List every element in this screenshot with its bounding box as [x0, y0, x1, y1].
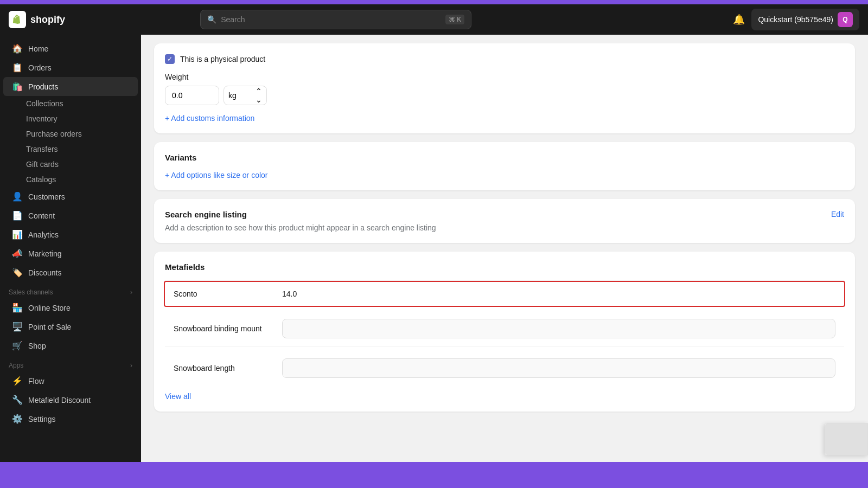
search-placeholder: Search [221, 15, 245, 24]
physical-product-checkbox[interactable]: ✓ [165, 54, 175, 64]
sidebar-item-orders[interactable]: 📋 Orders [3, 58, 138, 77]
shipping-card: ✓ This is a physical product Weight kg ⌃… [154, 43, 855, 133]
sidebar-item-content[interactable]: 📄 Content [3, 206, 138, 225]
seo-card: Search engine listing Edit Add a descrip… [154, 199, 855, 243]
sidebar-sub-transfers[interactable]: Transfers [3, 142, 138, 157]
metafields-card: Metafields Sconto 14.0 Snowboard binding… [154, 252, 855, 412]
sales-channels-label: Sales channels [9, 288, 53, 296]
sidebar-label-orders: Orders [28, 63, 52, 72]
metafield-row-length: Snowboard length [165, 351, 844, 386]
seo-header: Search engine listing Edit [165, 210, 844, 219]
sidebar-sub-catalogs[interactable]: Catalogs [3, 172, 138, 187]
header-right: 🔔 Quickstart (9b575e49) Q [733, 9, 859, 30]
metafield-list: Sconto 14.0 Snowboard binding mount Snow… [165, 280, 844, 386]
top-purple-bar [0, 0, 868, 4]
seo-description: Add a description to see how this produc… [165, 223, 844, 232]
metafield-row-binding: Snowboard binding mount [165, 311, 844, 346]
discounts-icon: 🏷️ [12, 267, 23, 278]
orders-icon: 📋 [12, 62, 23, 73]
sidebar-label-home: Home [28, 44, 48, 53]
sidebar-label-shop: Shop [28, 342, 46, 350]
sidebar-label-content: Content [28, 211, 55, 220]
sidebar-sub-collections[interactable]: Collections [3, 96, 138, 111]
notification-bell-icon[interactable]: 🔔 [733, 14, 745, 25]
seo-title: Search engine listing [165, 210, 247, 219]
sidebar: 🏠 Home 📋 Orders 🛍️ Products Collections … [0, 35, 141, 462]
page-thumbnail [825, 423, 868, 455]
main-layout: 🏠 Home 📋 Orders 🛍️ Products Collections … [0, 35, 868, 462]
seo-edit-button[interactable]: Edit [831, 210, 844, 219]
sidebar-label-settings: Settings [28, 415, 56, 423]
sidebar-label-products: Products [28, 82, 58, 91]
sales-channels-section: Sales channels › [0, 282, 141, 298]
content-area: ✓ This is a physical product Weight kg ⌃… [141, 35, 868, 462]
sales-channels-chevron-icon[interactable]: › [130, 288, 132, 296]
collections-label: Collections [26, 99, 63, 108]
weight-unit-chevron-icon: ⌃⌄ [256, 87, 262, 104]
sidebar-label-customers: Customers [28, 192, 65, 201]
shop-icon: 🛒 [12, 341, 23, 351]
physical-product-row: ✓ This is a physical product [165, 54, 844, 64]
sidebar-item-flow[interactable]: ⚡ Flow [3, 371, 138, 390]
transfers-label: Transfers [26, 145, 58, 153]
catalogs-label: Catalogs [26, 175, 56, 184]
sidebar-item-analytics[interactable]: 📊 Analytics [3, 225, 138, 244]
weight-inputs: kg ⌃⌄ [165, 86, 844, 105]
weight-input[interactable] [165, 86, 219, 105]
sidebar-item-products[interactable]: 🛍️ Products [3, 77, 138, 96]
metafield-label-binding: Snowboard binding mount [174, 324, 282, 333]
products-icon: 🛍️ [12, 81, 23, 92]
store-name-text: Quickstart (9b575e49) [758, 15, 833, 24]
sidebar-item-customers[interactable]: 👤 Customers [3, 187, 138, 206]
pos-icon: 🖥️ [12, 322, 23, 332]
bottom-purple-bar [0, 462, 868, 488]
metafield-input-length[interactable] [282, 358, 835, 378]
sidebar-label-analytics: Analytics [28, 230, 59, 239]
view-all-label: View all [165, 392, 191, 401]
sidebar-label-discounts: Discounts [28, 268, 61, 277]
logo-icon [9, 11, 26, 28]
settings-icon: ⚙️ [12, 414, 23, 424]
sidebar-label-metafield-discount: Metafield Discount [28, 396, 91, 404]
shopify-logo[interactable]: shopify [9, 11, 65, 28]
online-store-icon: 🏪 [12, 303, 23, 313]
store-selector[interactable]: Quickstart (9b575e49) Q [751, 9, 859, 30]
sidebar-label-online-store: Online Store [28, 304, 71, 312]
variants-card: Variants + Add options like size or colo… [154, 142, 855, 190]
metafields-title: Metafields [165, 262, 844, 272]
metafield-input-binding[interactable] [282, 319, 835, 338]
sidebar-item-home[interactable]: 🏠 Home [3, 39, 138, 58]
sidebar-item-settings[interactable]: ⚙️ Settings [3, 409, 138, 428]
sidebar-item-online-store[interactable]: 🏪 Online Store [3, 298, 138, 317]
customers-icon: 👤 [12, 191, 23, 202]
view-all-link[interactable]: View all [165, 392, 844, 401]
add-options-link[interactable]: + Add options like size or color [165, 171, 844, 179]
header: shopify 🔍 Search ⌘ K 🔔 Quickstart (9b575… [0, 4, 868, 35]
apps-chevron-icon[interactable]: › [130, 362, 132, 369]
weight-label: Weight [165, 73, 844, 81]
content-icon: 📄 [12, 210, 23, 221]
sidebar-item-marketing[interactable]: 📣 Marketing [3, 244, 138, 263]
weight-section: Weight kg ⌃⌄ [165, 73, 844, 105]
marketing-icon: 📣 [12, 248, 23, 259]
metafield-label-length: Snowboard length [174, 364, 282, 373]
sidebar-label-flow: Flow [28, 377, 44, 386]
sidebar-item-point-of-sale[interactable]: 🖥️ Point of Sale [3, 317, 138, 336]
sidebar-sub-inventory[interactable]: Inventory [3, 111, 138, 126]
metafield-row-sconto: Sconto 14.0 [164, 281, 845, 307]
metafield-label-sconto: Sconto [174, 290, 282, 298]
sidebar-item-discounts[interactable]: 🏷️ Discounts [3, 263, 138, 282]
add-options-label: + Add options like size or color [165, 171, 268, 179]
metafield-value-sconto: 14.0 [282, 290, 835, 298]
weight-unit-text: kg [228, 91, 237, 100]
sidebar-item-shop[interactable]: 🛒 Shop [3, 336, 138, 355]
variants-title: Variants [165, 153, 844, 162]
sidebar-sub-gift-cards[interactable]: Gift cards [3, 157, 138, 172]
search-bar[interactable]: 🔍 Search ⌘ K [200, 10, 471, 29]
sidebar-sub-purchase-orders[interactable]: Purchase orders [3, 126, 138, 142]
apps-label: Apps [9, 362, 23, 369]
weight-unit-select[interactable]: kg ⌃⌄ [224, 86, 267, 105]
add-customs-link[interactable]: + Add customs information [165, 114, 844, 123]
home-icon: 🏠 [12, 43, 23, 54]
sidebar-item-metafield-discount[interactable]: 🔧 Metafield Discount [3, 390, 138, 409]
